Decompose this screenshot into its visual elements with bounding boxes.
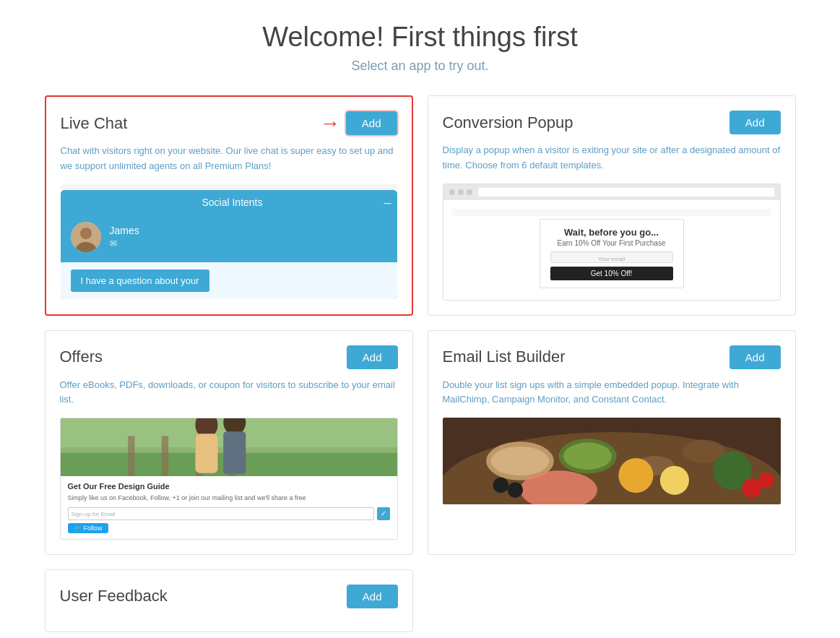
email-list-builder-description: Double your list sign ups with a simple … [443,378,781,408]
popup-overlay-subtitle: Earn 10% Off Your First Purchase [550,239,673,247]
svg-point-29 [758,473,774,488]
popup-email-field: Your email [550,251,673,263]
popup-overlay-title: Wait, before you go... [550,227,673,238]
conversion-popup-title: Conversion Popup [443,113,573,132]
email-list-builder-card-header: Email List Builder Add [443,345,781,369]
twitter-icon: 🐦 [74,525,82,532]
conversion-popup-card-header: Conversion Popup Add [443,111,781,134]
arrow-icon: → [320,112,340,135]
live-chat-card: Live Chat → Add Chat with visitors right… [45,95,413,316]
conversion-popup-card: Conversion Popup Add Display a popup whe… [428,95,796,316]
offers-preview: ✕ [60,418,398,540]
chat-widget-preview: Social Intents – James ✉ [61,190,397,299]
live-chat-card-header: Live Chat → Add [61,111,397,135]
offers-follow-label: Follow [84,525,103,532]
chat-message-button: I have a question about your [71,270,209,292]
popup-browser-bar [443,184,780,200]
email-list-builder-add-button[interactable]: Add [729,345,781,369]
popup-content-area: Wait, before you go... Earn 10% Off Your… [443,200,780,300]
user-feedback-title: User Feedback [60,587,168,605]
svg-point-19 [563,443,612,470]
offers-card: Offers Add Offer eBooks, PDFs, downloads… [45,330,413,555]
live-chat-description: Chat with visitors right on your website… [61,144,397,174]
chat-agent-area: James ✉ [61,215,397,262]
svg-rect-11 [195,434,217,473]
svg-rect-6 [128,436,134,477]
conversion-popup-description: Display a popup when a visitor is exitin… [443,143,781,173]
browser-dot-1 [449,189,455,195]
page-title: Welcome! First things first [43,22,797,53]
svg-point-23 [659,466,688,495]
email-list-builder-title: Email List Builder [443,348,566,366]
browser-url-bar [478,188,774,197]
chat-brand-name: Social Intents [81,197,384,208]
user-feedback-card: User Feedback Add [45,569,413,632]
chat-avatar [71,222,101,252]
page-header: Welcome! First things first Select an ap… [43,22,797,74]
live-chat-preview: Social Intents – James ✉ [61,184,397,299]
chat-minimize-icon: – [384,196,391,209]
offers-form-desc: Simply like us on Facebook, Follow, +1 o… [68,493,390,503]
offers-email-row: Sign up for Email ✓ [68,507,390,520]
conversion-popup-add-button[interactable]: Add [729,111,781,134]
offers-email-field: Sign up for Email [68,507,374,520]
offers-add-button[interactable]: Add [347,345,398,369]
offers-form-title: Get Our Free Design Guide [68,482,390,491]
user-feedback-add-button[interactable]: Add [347,585,398,608]
svg-point-1 [80,228,92,239]
offers-card-header: Offers Add [60,345,398,369]
email-list-builder-card: Email List Builder Add Double your list … [428,330,796,555]
chat-agent-name: James [110,225,139,236]
popup-cta-button: Get 10% Off! [550,267,673,280]
offers-image [61,418,397,476]
arrow-container: → Add [320,111,397,135]
live-chat-title: Live Chat [61,114,128,133]
chat-agent-email-icon: ✉ [110,238,139,249]
cards-grid: Live Chat → Add Chat with visitors right… [45,95,796,632]
svg-point-22 [618,458,653,493]
popup-overlay: Wait, before you go... Earn 10% Off Your… [540,219,684,288]
page-subtitle: Select an app to try out. [43,59,797,74]
svg-point-17 [490,447,548,475]
offers-follow-button: 🐦 Follow [68,523,108,533]
svg-point-28 [742,478,761,498]
chat-widget-header: Social Intents – [61,190,397,215]
conversion-popup-preview: Wait, before you go... Earn 10% Off Your… [443,184,781,301]
live-chat-add-button[interactable]: Add [346,111,397,135]
offers-form-area: Get Our Free Design Guide Simply like us… [61,476,397,539]
svg-rect-7 [161,436,168,477]
browser-dot-3 [467,189,472,195]
svg-rect-13 [223,431,246,474]
browser-dot-2 [458,189,464,195]
offers-description: Offer eBooks, PDFs, downloads, or coupon… [60,378,398,408]
offers-title: Offers [60,348,103,366]
email-list-builder-preview [443,418,781,504]
offers-submit-icon: ✓ [377,507,390,520]
svg-point-26 [493,478,508,493]
user-feedback-card-header: User Feedback Add [60,585,398,608]
chat-agent-info: James ✉ [110,225,139,249]
email-preview-image [443,418,781,504]
svg-point-27 [507,483,522,498]
chat-message-area: I have a question about your [61,262,397,299]
